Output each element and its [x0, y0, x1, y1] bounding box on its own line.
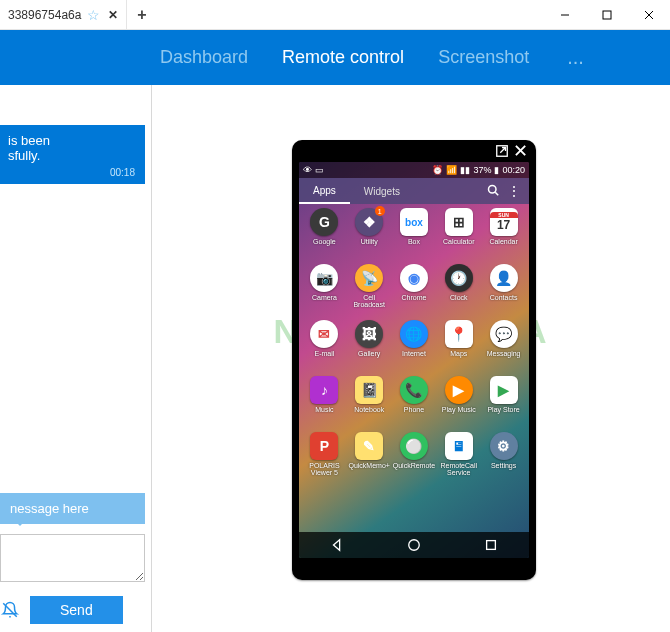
phone-popup-controls: ✕ [495, 144, 528, 158]
nav-recent[interactable] [483, 537, 499, 553]
app-label: Google [313, 238, 336, 245]
app-messaging[interactable]: 💬Messaging [482, 320, 525, 374]
close-button[interactable] [628, 0, 670, 30]
tab-remote-control[interactable]: Remote control [282, 47, 404, 68]
bell-icon[interactable] [0, 601, 20, 619]
header-nav: Dashboard Remote control Screenshot ... [0, 30, 670, 85]
app-quickmemo-[interactable]: ✎QuickMemo+ [348, 432, 391, 486]
svg-line-7 [495, 192, 498, 195]
app-icon: ⊞ [445, 208, 473, 236]
new-tab-button[interactable]: + [126, 0, 156, 29]
app-label: Utility [361, 238, 378, 245]
app-box[interactable]: boxBox [393, 208, 436, 262]
app-icon: 📷 [310, 264, 338, 292]
app-calendar[interactable]: SUN17Calendar [482, 208, 525, 262]
star-icon[interactable]: ☆ [87, 7, 100, 23]
app-internet[interactable]: 🌐Internet [393, 320, 436, 374]
tab-dashboard[interactable]: Dashboard [160, 47, 248, 68]
app-chrome[interactable]: ◉Chrome [393, 264, 436, 318]
sidebar-bottom: nessage here Send [0, 493, 145, 632]
app-settings[interactable]: ⚙Settings [482, 432, 525, 486]
app-label: Notebook [354, 406, 384, 413]
apps-grid: GGoogle❖Utility1boxBox⊞CalculatorSUN17Ca… [299, 204, 529, 490]
notification-badge: 1 [375, 206, 385, 216]
app-label: Internet [402, 350, 426, 357]
app-utility[interactable]: ❖Utility1 [348, 208, 391, 262]
app-icon: ⚙ [490, 432, 518, 460]
window-controls [544, 0, 670, 30]
app-label: Contacts [490, 294, 518, 301]
app-phone[interactable]: 📞Phone [393, 376, 436, 430]
more-menu[interactable]: ... [567, 46, 584, 69]
browser-tab[interactable]: 33896754a6a ☆ ✕ [0, 0, 126, 29]
clock-time: 00:20 [502, 165, 525, 175]
app-label: Play Music [442, 406, 476, 413]
eye-icon: 👁 [303, 165, 312, 175]
signal-icon: ▮▮ [460, 165, 470, 175]
app-music[interactable]: ♪Music [303, 376, 346, 430]
content-area: NESABAMEDIA ✕ 👁 ▭ ⏰ 📶 ▮▮ 37% [152, 85, 670, 632]
message-input[interactable] [0, 534, 145, 582]
input-hint: nessage here [0, 493, 145, 524]
tab-close-icon[interactable]: ✕ [108, 8, 118, 22]
app-quickremote[interactable]: ⚪QuickRemote [393, 432, 436, 486]
close-icon[interactable]: ✕ [513, 144, 528, 158]
send-button[interactable]: Send [30, 596, 123, 624]
app-maps[interactable]: 📍Maps [437, 320, 480, 374]
app-cell-broadcast[interactable]: 📡Cell Broadcast [348, 264, 391, 318]
svg-point-6 [489, 186, 497, 194]
app-icon: 📞 [400, 376, 428, 404]
minimize-button[interactable] [544, 0, 586, 30]
chat-time: 00:18 [8, 167, 135, 178]
status-bar: 👁 ▭ ⏰ 📶 ▮▮ 37% ▮ 00:20 [299, 162, 529, 178]
app-icon: P [310, 432, 338, 460]
app-clock[interactable]: 🕐Clock [437, 264, 480, 318]
app-icon: ◉ [400, 264, 428, 292]
app-play-store[interactable]: ▶Play Store [482, 376, 525, 430]
popout-icon[interactable] [495, 144, 509, 158]
nav-bar [299, 532, 529, 558]
svg-point-8 [409, 540, 420, 551]
maximize-button[interactable] [586, 0, 628, 30]
app-camera[interactable]: 📷Camera [303, 264, 346, 318]
app-polaris-viewer-5[interactable]: PPOLARIS Viewer 5 [303, 432, 346, 486]
app-label: Cell Broadcast [348, 294, 391, 309]
app-icon: 📓 [355, 376, 383, 404]
app-label: Calculator [443, 238, 475, 245]
overflow-icon[interactable]: ⋮ [507, 183, 529, 199]
app-icon: ▶ [445, 376, 473, 404]
app-remotecall-service[interactable]: 🖥RemoteCall Service [437, 432, 480, 486]
app-label: POLARIS Viewer 5 [303, 462, 346, 477]
drawer-tab-apps[interactable]: Apps [299, 178, 350, 204]
app-contacts[interactable]: 👤Contacts [482, 264, 525, 318]
app-icon: 🕐 [445, 264, 473, 292]
sidebar: is been sfully. 00:18 nessage here Send [0, 85, 152, 632]
app-notebook[interactable]: 📓Notebook [348, 376, 391, 430]
app-label: RemoteCall Service [437, 462, 480, 477]
app-icon: ▶ [490, 376, 518, 404]
app-icon: 🖼 [355, 320, 383, 348]
app-label: Play Store [487, 406, 519, 413]
drawer-tab-widgets[interactable]: Widgets [350, 178, 414, 204]
svg-rect-9 [486, 541, 495, 550]
phone-frame: ✕ 👁 ▭ ⏰ 📶 ▮▮ 37% ▮ 00:20 [292, 140, 536, 580]
browser-tabbar: 33896754a6a ☆ ✕ + [0, 0, 670, 30]
app-play-music[interactable]: ▶Play Music [437, 376, 480, 430]
app-label: Clock [450, 294, 468, 301]
nav-home[interactable] [406, 537, 422, 553]
app-google[interactable]: GGoogle [303, 208, 346, 262]
tab-title: 33896754a6a [8, 8, 81, 22]
app-gallery[interactable]: 🖼Gallery [348, 320, 391, 374]
cast-icon: ▭ [315, 165, 324, 175]
nav-back[interactable] [329, 537, 345, 553]
app-label: Settings [491, 462, 516, 469]
search-icon[interactable] [479, 184, 507, 198]
app-calculator[interactable]: ⊞Calculator [437, 208, 480, 262]
app-label: Music [315, 406, 333, 413]
tab-screenshot[interactable]: Screenshot [438, 47, 529, 68]
app-icon: 💬 [490, 320, 518, 348]
app-icon: box [400, 208, 428, 236]
app-e-mail[interactable]: ✉E-mail [303, 320, 346, 374]
app-icon: ✉ [310, 320, 338, 348]
alarm-icon: ⏰ [432, 165, 443, 175]
